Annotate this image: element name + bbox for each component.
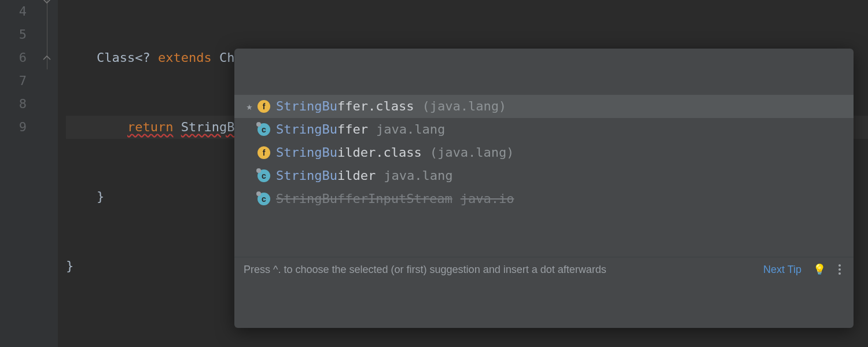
suggestion-text: StringBuilder [276, 164, 376, 187]
line-number: 4 [0, 0, 41, 23]
suggestion-package: (java.lang) [422, 95, 506, 118]
suggestion-package: java.io [461, 187, 514, 211]
suggestion-item[interactable]: fStringBuilder.class(java.lang) [234, 141, 854, 164]
field-kind-icon: f [258, 146, 270, 159]
suggestion-text: StringBuilder.class [276, 141, 422, 164]
class-kind-icon: c [258, 169, 270, 182]
field-kind-icon: f [258, 100, 270, 113]
code-editor: 4 5 6 7 8 9 Class<? extends CharSequence… [0, 0, 868, 347]
suggestion-item[interactable]: cStringBufferInputStreamjava.io [234, 187, 854, 211]
code-area[interactable]: Class<? extends CharSequence> getObjectC… [58, 0, 868, 347]
suggestion-text: StringBuffer.class [276, 95, 414, 118]
intention-bulb-icon[interactable]: 💡 [813, 258, 826, 281]
footer-hint-text: Press ^. to choose the selected (or firs… [244, 258, 755, 281]
completion-popup: ★fStringBuffer.class(java.lang)cStringBu… [234, 49, 854, 328]
line-number: 5 [0, 23, 41, 46]
suggestion-item[interactable]: ★fStringBuffer.class(java.lang) [234, 95, 854, 118]
line-number: 8 [0, 93, 41, 116]
suggestion-package: (java.lang) [430, 141, 514, 164]
suggestion-package: java.lang [376, 118, 445, 141]
line-number: 7 [0, 69, 41, 93]
more-options-icon[interactable] [835, 264, 844, 275]
next-tip-link[interactable]: Next Tip [763, 258, 801, 281]
line-number: 9 [0, 116, 41, 139]
suggestion-text: StringBuffer [276, 118, 368, 141]
class-kind-icon: c [258, 123, 270, 136]
suggestion-package: java.lang [384, 164, 453, 187]
fold-column [41, 0, 58, 347]
suggestion-item[interactable]: cStringBufferjava.lang [234, 118, 854, 141]
line-number-gutter: 4 5 6 7 8 9 [0, 0, 41, 347]
suggestion-text: StringBufferInputStream [276, 187, 453, 211]
relevance-star-icon: ★ [244, 95, 255, 118]
suggestion-list: ★fStringBuffer.class(java.lang)cStringBu… [234, 95, 854, 211]
line-number: 6 [0, 46, 41, 69]
fold-end-icon[interactable] [43, 54, 51, 62]
fold-start-icon[interactable] [43, 0, 51, 5]
suggestion-item[interactable]: cStringBuilderjava.lang [234, 164, 854, 187]
completion-footer: Press ^. to choose the selected (or firs… [234, 257, 854, 282]
class-kind-icon: c [258, 193, 270, 205]
